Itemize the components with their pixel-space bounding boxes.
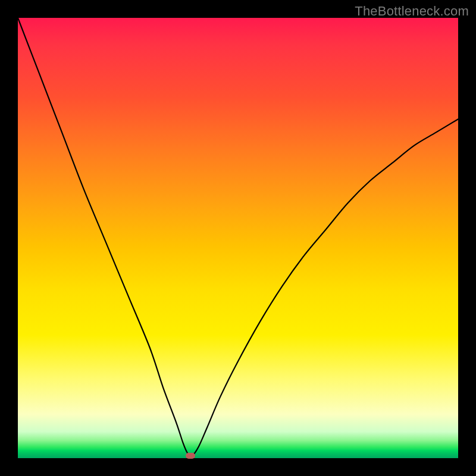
watermark-text: TheBottleneck.com [355,4,469,19]
bottleneck-curve [18,18,458,458]
plot-area [18,18,458,458]
minimum-marker [186,453,195,459]
chart-frame: TheBottleneck.com [0,0,476,476]
